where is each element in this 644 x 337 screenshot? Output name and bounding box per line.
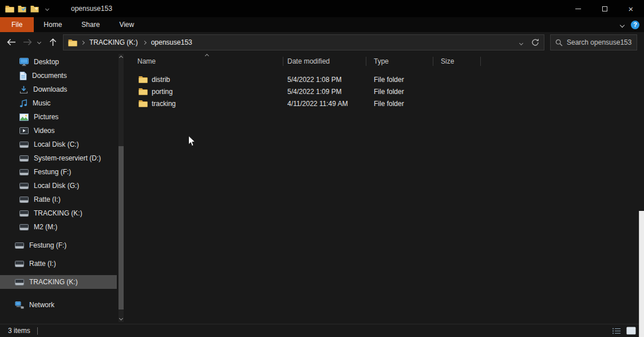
sidebar-drive-festung-f[interactable]: Festung (F:) [0, 238, 117, 252]
sidebar-scrollbar[interactable] [118, 54, 124, 322]
column-header-date-modified[interactable]: Date modified [283, 53, 366, 70]
sidebar-group-gap [0, 293, 117, 298]
column-label: Name [137, 57, 156, 65]
file-name-cell: tracking [131, 100, 283, 108]
file-row-distrib[interactable]: distrib 5/4/2022 1:08 PM File folder [131, 73, 644, 85]
sidebar-item-pictures[interactable]: Pictures [0, 110, 117, 124]
file-list-pane: Name Date modified Type Size [131, 53, 644, 324]
up-arrow-icon [49, 38, 57, 46]
breadcrumb-chevron-icon[interactable] [81, 40, 85, 44]
column-header-name[interactable]: Name [131, 53, 283, 70]
file-name: tracking [152, 100, 176, 108]
sidebar-item-label: Network [29, 301, 54, 309]
scroll-up-icon[interactable] [119, 56, 123, 60]
sort-ascending-icon [205, 54, 209, 58]
sidebar-scrollbar-thumb[interactable] [118, 146, 124, 309]
sidebar-drive-tracking-k-selected[interactable]: TRACKING (K:) [0, 275, 117, 289]
sidebar-item-music[interactable]: Music [0, 96, 117, 110]
sidebar-item-m2-m[interactable]: M2 (M:) [0, 220, 117, 234]
breadcrumb-chevron-icon[interactable] [143, 40, 147, 44]
sidebar-item-label: Music [33, 99, 50, 107]
sidebar-item-label: TRACKING (K:) [34, 209, 82, 217]
minimize-button[interactable] [565, 0, 591, 17]
column-header-type[interactable]: Type [366, 53, 433, 70]
sidebar-item-label: Festung (F:) [29, 241, 66, 249]
qat-properties-button[interactable] [17, 3, 27, 14]
sidebar-item-festung-f[interactable]: Festung (F:) [0, 165, 117, 179]
breadcrumb-drive[interactable]: TRACKING (K:) [88, 38, 139, 46]
search-input[interactable] [567, 38, 632, 46]
sidebar-item-ratte-i[interactable]: Ratte (I:) [0, 193, 117, 206]
file-name: porting [152, 88, 173, 96]
sidebar-item-label: TRACKING (K:) [29, 278, 78, 286]
sidebar-item-local-disk-c[interactable]: Local Disk (C:) [0, 138, 117, 151]
address-folder-icon [68, 39, 77, 46]
sidebar-item-videos[interactable]: Videos [0, 124, 117, 138]
sidebar-item-tracking-k[interactable]: TRACKING (K:) [0, 206, 117, 220]
navigation-tree: Desktop Documents Downloads [0, 55, 117, 316]
file-date-modified: 5/4/2022 1:09 PM [283, 88, 366, 96]
pictures-icon [19, 113, 29, 121]
quick-access-toolbar [0, 3, 53, 14]
chevron-down-icon [519, 41, 523, 45]
tab-view[interactable]: View [109, 17, 144, 32]
column-headers: Name Date modified Type Size [131, 53, 481, 70]
up-button[interactable] [49, 38, 57, 46]
close-button[interactable]: × [618, 0, 644, 17]
navigation-bar: TRACKING (K:) opensuse153 [0, 32, 644, 53]
tab-home[interactable]: Home [34, 17, 72, 32]
chevron-down-icon [45, 6, 49, 10]
forward-button[interactable] [23, 38, 33, 46]
sidebar-drive-ratte-i[interactable]: Ratte (I:) [0, 257, 117, 271]
breadcrumb-current-folder[interactable]: opensuse153 [150, 38, 193, 46]
drive-icon [19, 224, 29, 230]
sidebar-item-network[interactable]: Network [0, 298, 117, 312]
videos-icon [19, 127, 29, 134]
scroll-down-icon[interactable] [119, 316, 123, 320]
sidebar-item-label: Festung (F:) [34, 168, 71, 176]
sidebar-item-documents[interactable]: Documents [0, 69, 117, 83]
tab-file[interactable]: File [0, 17, 34, 32]
drive-icon [19, 210, 29, 217]
recent-locations-button[interactable] [38, 41, 41, 44]
chevron-down-icon [620, 23, 625, 28]
external-window-scrollbar[interactable] [639, 211, 644, 337]
file-type: File folder [366, 100, 433, 108]
qat-customize-button[interactable] [42, 3, 53, 14]
sidebar-item-label: System-reserviert (D:) [34, 154, 101, 162]
tab-share[interactable]: Share [72, 17, 109, 32]
file-name-cell: distrib [131, 76, 283, 84]
address-bar[interactable]: TRACKING (K:) opensuse153 [63, 34, 544, 50]
address-dropdown-button[interactable] [520, 38, 523, 46]
search-box[interactable] [550, 34, 637, 50]
qat-new-folder-button[interactable] [29, 3, 40, 14]
sidebar-item-label: Pictures [34, 113, 58, 121]
ribbon-tab-bar: File Home Share View ? [0, 17, 644, 32]
sidebar-group-gap [0, 234, 117, 238]
help-button[interactable]: ? [631, 21, 639, 29]
drive-icon [15, 279, 24, 285]
sidebar-item-desktop[interactable]: Desktop [0, 55, 117, 69]
large-icons-view-button[interactable] [625, 326, 637, 336]
maximize-button[interactable] [591, 0, 618, 17]
file-rows: distrib 5/4/2022 1:08 PM File folder por… [131, 73, 644, 109]
ribbon-expand-button[interactable] [621, 21, 624, 29]
file-row-tracking[interactable]: tracking 4/11/2022 11:49 AM File folder [131, 97, 644, 109]
column-divider[interactable] [480, 57, 481, 66]
column-header-size[interactable]: Size [433, 53, 481, 70]
sidebar-item-label: Desktop [34, 58, 59, 66]
column-label: Date modified [287, 57, 330, 65]
download-icon [19, 85, 28, 94]
back-button[interactable] [6, 38, 16, 46]
sidebar-item-local-disk-g[interactable]: Local Disk (G:) [0, 179, 117, 193]
sidebar-item-downloads[interactable]: Downloads [0, 83, 117, 96]
folder-icon [139, 88, 148, 95]
sidebar-item-system-reserviert-d[interactable]: System-reserviert (D:) [0, 151, 117, 165]
window-menu-button[interactable] [4, 3, 15, 14]
sidebar-item-label: Documents [32, 72, 67, 80]
details-view-icon [612, 327, 621, 335]
details-view-button[interactable] [611, 326, 622, 336]
window-folder-icon [5, 5, 14, 13]
file-row-porting[interactable]: porting 5/4/2022 1:09 PM File folder [131, 85, 644, 97]
refresh-button[interactable] [531, 38, 539, 46]
